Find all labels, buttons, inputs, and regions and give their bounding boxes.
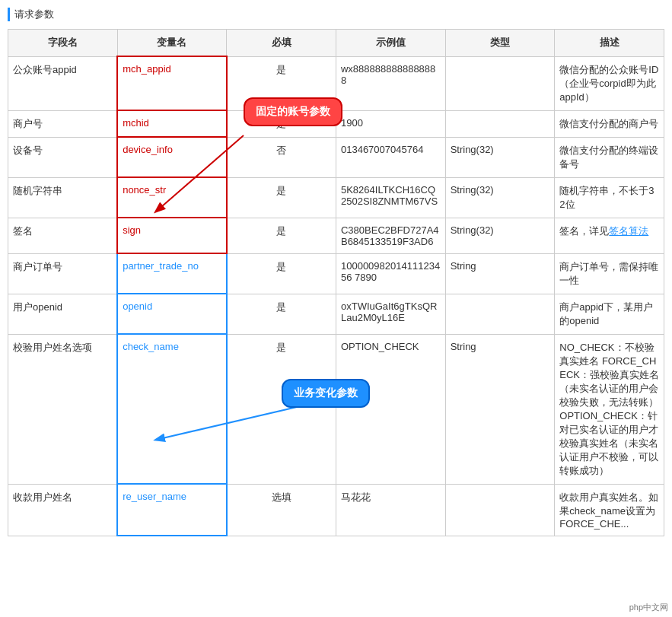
cell-variable: re_user_name bbox=[117, 484, 227, 536]
col-header-type: 类型 bbox=[445, 30, 555, 57]
cell-required: 是 bbox=[227, 253, 336, 294]
cell-desc: 微信分配的公众账号ID（企业号corpid即为此appId） bbox=[555, 56, 664, 110]
cell-type bbox=[445, 294, 555, 334]
cell-required: 否 bbox=[227, 137, 336, 177]
cell-desc: 签名，详见签名算法 bbox=[555, 218, 664, 253]
cell-variable: partner_trade_no bbox=[117, 253, 227, 294]
cell-desc: NO_CHECK：不校验真实姓名 FORCE_CHECK：强校验真实姓名（未实名… bbox=[555, 334, 664, 484]
cell-variable: mch_appid bbox=[117, 56, 227, 110]
cell-variable: sign bbox=[117, 218, 227, 253]
col-header-required: 必填 bbox=[227, 30, 336, 57]
col-header-field: 字段名 bbox=[8, 30, 118, 57]
cell-desc: 微信支付分配的商户号 bbox=[555, 110, 664, 137]
cell-required: 选填 bbox=[227, 484, 336, 536]
cell-type: String(32) bbox=[445, 177, 555, 218]
callout-business: 业务变化参数 bbox=[282, 379, 370, 408]
cell-type: String bbox=[445, 253, 555, 294]
cell-field: 商户订单号 bbox=[8, 253, 118, 294]
cell-field: 用户openid bbox=[8, 294, 118, 334]
cell-required: 是 bbox=[227, 294, 336, 334]
table-row: 收款用户姓名re_user_name选填马花花收款用户真实姓名。如果check_… bbox=[8, 484, 664, 536]
page-container: 请求参数 字段名 变量名 必填 示例值 类型 描述 公众账号appidmch_a… bbox=[0, 0, 672, 617]
section-title: 请求参数 bbox=[8, 8, 664, 21]
cell-desc: 商户订单号，需保持唯一性 bbox=[555, 253, 664, 294]
desc-link[interactable]: 签名算法 bbox=[609, 225, 648, 237]
cell-required: 是 bbox=[227, 177, 336, 218]
cell-desc: 商户appid下，某用户的openid bbox=[555, 294, 664, 334]
cell-field: 商户号 bbox=[8, 110, 118, 137]
table-row: 设备号device_info否013467007045764String(32)… bbox=[8, 137, 664, 177]
cell-variable: mchid bbox=[117, 110, 227, 137]
cell-type bbox=[445, 56, 555, 110]
table-header-row: 字段名 变量名 必填 示例值 类型 描述 bbox=[8, 30, 664, 57]
cell-field: 设备号 bbox=[8, 137, 118, 177]
cell-field: 签名 bbox=[8, 218, 118, 253]
cell-example: wx8888888888888888 bbox=[336, 56, 445, 110]
cell-example: oxTWIuGaIt6gTKsQRLau2M0yL16E bbox=[336, 294, 445, 334]
cell-type: String(32) bbox=[445, 137, 555, 177]
cell-example: 马花花 bbox=[336, 484, 445, 536]
table-row: 商户订单号partner_trade_no是100000982014111234… bbox=[8, 253, 664, 294]
cell-type bbox=[445, 484, 555, 536]
cell-field: 公众账号appid bbox=[8, 56, 118, 110]
callout-fixed: 固定的账号参数 bbox=[244, 97, 342, 126]
cell-desc: 收款用户真实姓名。如果check_name设置为FORCE_CHE... bbox=[555, 484, 664, 536]
table-row: 签名sign是C380BEC2BFD727A4B6845133519F3AD6S… bbox=[8, 218, 664, 253]
cell-required: 是 bbox=[227, 218, 336, 253]
cell-variable: device_info bbox=[117, 137, 227, 177]
table-row: 用户openidopenid是oxTWIuGaIt6gTKsQRLau2M0yL… bbox=[8, 294, 664, 334]
cell-variable: check_name bbox=[117, 334, 227, 484]
cell-type bbox=[445, 110, 555, 137]
cell-field: 校验用户姓名选项 bbox=[8, 334, 118, 484]
cell-example: 013467007045764 bbox=[336, 137, 445, 177]
cell-type: String bbox=[445, 334, 555, 484]
cell-variable: openid bbox=[117, 294, 227, 334]
cell-desc: 微信支付分配的终端设备号 bbox=[555, 137, 664, 177]
php-logo: php中文网 bbox=[629, 602, 668, 613]
cell-variable: nonce_str bbox=[117, 177, 227, 218]
col-header-desc: 描述 bbox=[555, 30, 664, 57]
cell-field: 收款用户姓名 bbox=[8, 484, 118, 536]
table-row: 校验用户姓名选项check_name是OPTION_CHECKStringNO_… bbox=[8, 334, 664, 484]
cell-field: 随机字符串 bbox=[8, 177, 118, 218]
cell-example: 5K8264ILTKCH16CQ2502SI8ZNMTM67VS bbox=[336, 177, 445, 218]
cell-type: String(32) bbox=[445, 218, 555, 253]
cell-desc: 随机字符串，不长于32位 bbox=[555, 177, 664, 218]
cell-example: 1900 bbox=[336, 110, 445, 137]
cell-example: OPTION_CHECK bbox=[336, 334, 445, 484]
cell-required: 是 bbox=[227, 334, 336, 484]
cell-example: 10000098201411123456 7890 bbox=[336, 253, 445, 294]
cell-example: C380BEC2BFD727A4B6845133519F3AD6 bbox=[336, 218, 445, 253]
col-header-variable: 变量名 bbox=[117, 30, 227, 57]
col-header-example: 示例值 bbox=[336, 30, 445, 57]
table-row: 随机字符串nonce_str是5K8264ILTKCH16CQ2502SI8ZN… bbox=[8, 177, 664, 218]
